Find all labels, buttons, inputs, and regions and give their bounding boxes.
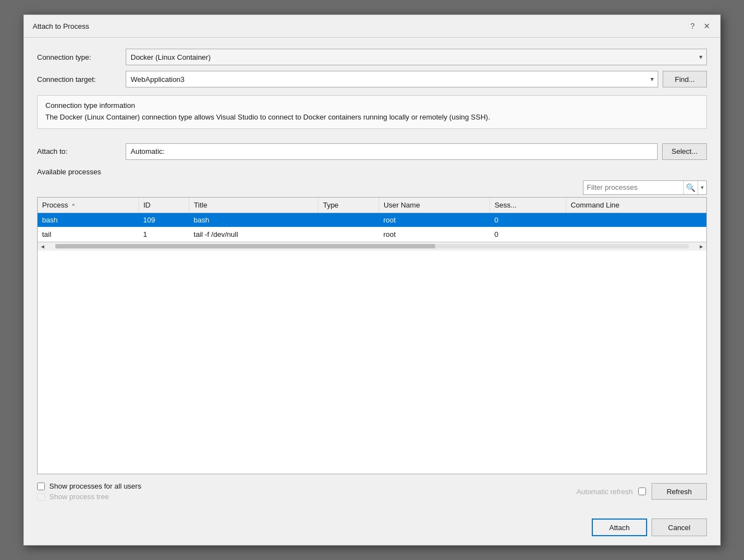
sess-cell: 0 [490, 227, 566, 241]
process-table-inner: Process ^ ID Title Type User Name Sess..… [37, 197, 707, 475]
table-row[interactable]: bash109bashroot0 [38, 212, 706, 227]
show-process-tree-row: Show process tree [37, 492, 141, 501]
info-title: Connection type information [45, 101, 699, 110]
search-icon-button[interactable]: 🔍 [683, 181, 698, 194]
title-bar: Attach to Process ? ✕ [24, 15, 720, 38]
connection-type-row: Connection type: Docker (Linux Container… [37, 49, 707, 65]
cancel-button[interactable]: Cancel [652, 518, 707, 536]
select-button[interactable]: Select... [662, 143, 707, 160]
cmdline-cell [566, 227, 706, 241]
col-type[interactable]: Type [318, 198, 379, 213]
id-cell: 109 [138, 212, 189, 227]
col-id[interactable]: ID [138, 198, 189, 213]
col-process[interactable]: Process ^ [38, 198, 138, 213]
scrollbar-thumb[interactable] [55, 244, 435, 248]
title-cell: bash [189, 212, 318, 227]
dialog-title: Attach to Process [33, 22, 89, 30]
auto-refresh-checkbox[interactable] [638, 488, 646, 495]
col-username[interactable]: User Name [379, 198, 490, 213]
filter-dropdown-button[interactable]: ▾ [698, 181, 706, 194]
bottom-left-controls: Show processes for all users Show proces… [37, 482, 141, 501]
filter-wrapper: 🔍 ▾ [583, 180, 707, 195]
scroll-left-arrow[interactable]: ◄ [40, 243, 45, 250]
table-body: bash109bashroot0tail1tail -f /dev/nullro… [38, 212, 706, 241]
show-process-tree-checkbox[interactable] [37, 493, 45, 501]
username-cell: root [379, 212, 490, 227]
dialog-content: Connection type: Docker (Linux Container… [24, 38, 720, 512]
col-cmdline[interactable]: Command Line [566, 198, 706, 213]
col-sess[interactable]: Sess... [490, 198, 566, 213]
title-cell: tail -f /dev/null [189, 227, 318, 241]
show-all-users-checkbox[interactable] [37, 483, 45, 490]
bottom-controls: Show processes for all users Show proces… [37, 482, 707, 501]
col-title[interactable]: Title [189, 198, 318, 213]
table-header: Process ^ ID Title Type User Name Sess..… [38, 198, 706, 213]
find-button[interactable]: Find... [663, 71, 707, 87]
attach-to-row: Attach to: Select... [37, 143, 707, 160]
show-all-users-label[interactable]: Show processes for all users [49, 482, 141, 490]
sess-cell: 0 [490, 212, 566, 227]
id-cell: 1 [138, 227, 189, 241]
horizontal-scrollbar[interactable]: ◄ ► [38, 242, 706, 251]
available-processes-label: Available processes [37, 168, 707, 176]
process-table: Process ^ ID Title Type User Name Sess..… [38, 198, 706, 242]
type-cell [318, 212, 379, 227]
filter-input[interactable] [583, 182, 683, 193]
connection-target-row: Connection target: Find... [37, 71, 707, 87]
attach-to-input[interactable] [126, 143, 658, 160]
attach-to-process-dialog: Attach to Process ? ✕ Connection type: D… [23, 14, 721, 546]
connection-type-label: Connection type: [37, 53, 126, 61]
refresh-button[interactable]: Refresh [652, 483, 707, 500]
type-cell [318, 227, 379, 241]
table-header-row: Process ^ ID Title Type User Name Sess..… [38, 198, 706, 213]
scroll-right-arrow[interactable]: ► [699, 243, 704, 250]
process-cell: tail [38, 227, 138, 241]
show-all-users-row: Show processes for all users [37, 482, 141, 490]
connection-type-wrapper: Docker (Linux Container) [126, 49, 707, 65]
process-cell: bash [38, 212, 138, 227]
auto-refresh-label: Automatic refresh [576, 488, 633, 496]
connection-type-select[interactable]: Docker (Linux Container) [126, 49, 707, 65]
filter-row: 🔍 ▾ [37, 180, 707, 195]
table-row[interactable]: tail1tail -f /dev/nullroot0 [38, 227, 706, 241]
sort-asc-icon: ^ [73, 203, 75, 209]
close-button[interactable]: ✕ [700, 19, 714, 33]
process-table-container: Process ^ ID Title Type User Name Sess..… [37, 197, 707, 475]
connection-target-input[interactable] [126, 71, 658, 87]
title-bar-controls: ? ✕ [686, 19, 714, 33]
help-button[interactable]: ? [686, 19, 699, 33]
connection-target-wrapper [126, 71, 658, 87]
cmdline-cell [566, 212, 706, 227]
connection-target-label: Connection target: [37, 75, 126, 84]
dialog-footer: Attach Cancel [24, 512, 720, 545]
show-process-tree-label: Show process tree [49, 492, 109, 501]
bottom-right-controls: Automatic refresh Refresh [576, 483, 707, 500]
attach-button[interactable]: Attach [592, 518, 647, 536]
scrollbar-track[interactable] [55, 244, 689, 248]
attach-to-label: Attach to: [37, 147, 126, 155]
connection-info-box: Connection type information The Docker (… [37, 95, 707, 129]
username-cell: root [379, 227, 490, 241]
info-text: The Docker (Linux Container) connection … [45, 112, 699, 123]
